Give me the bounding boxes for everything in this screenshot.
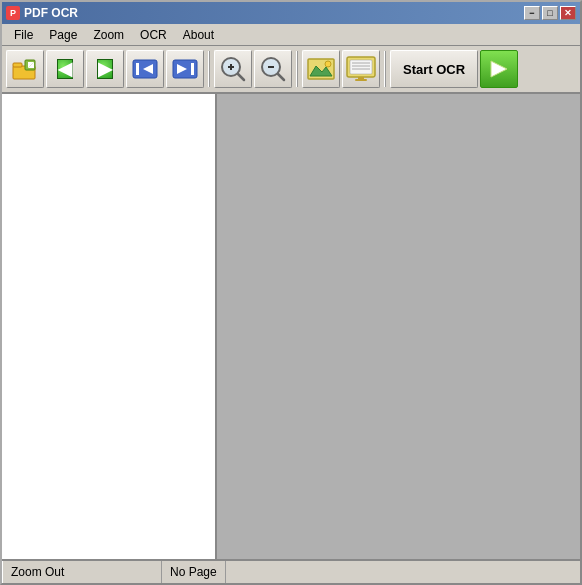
app-icon: P xyxy=(6,6,20,20)
image-icon xyxy=(306,56,336,82)
menu-file[interactable]: File xyxy=(6,26,41,44)
last-page-button[interactable] xyxy=(166,50,204,88)
zoom-out-button[interactable] xyxy=(254,50,292,88)
open-button[interactable] xyxy=(6,50,44,88)
zoom-in-icon xyxy=(219,55,247,83)
window-title: PDF OCR xyxy=(24,6,78,20)
start-ocr-button[interactable]: Start OCR xyxy=(390,50,478,88)
svg-rect-22 xyxy=(350,60,372,74)
first-page-icon xyxy=(131,56,159,82)
window-controls: − □ ✕ xyxy=(524,6,576,20)
next-arrow-icon xyxy=(486,56,512,82)
menu-about[interactable]: About xyxy=(175,26,222,44)
svg-rect-6 xyxy=(136,63,139,75)
main-window: P PDF OCR − □ ✕ File Page Zoom OCR About xyxy=(0,0,582,585)
svg-line-14 xyxy=(238,74,244,80)
open-icon xyxy=(11,56,39,82)
prev-page-button[interactable]: ◀ xyxy=(46,50,84,88)
minimize-button[interactable]: − xyxy=(524,6,540,20)
next-icon: ▶ xyxy=(97,59,113,79)
status-page: No Page xyxy=(162,561,226,583)
svg-point-20 xyxy=(325,61,331,67)
status-zoom: Zoom Out xyxy=(2,561,162,583)
view-panel xyxy=(217,94,580,559)
monitor-button[interactable] xyxy=(342,50,380,88)
title-bar-left: P PDF OCR xyxy=(6,6,78,20)
menu-ocr[interactable]: OCR xyxy=(132,26,175,44)
close-button[interactable]: ✕ xyxy=(560,6,576,20)
svg-line-17 xyxy=(278,74,284,80)
zoom-in-button[interactable] xyxy=(214,50,252,88)
menu-zoom[interactable]: Zoom xyxy=(85,26,132,44)
menu-bar: File Page Zoom OCR About xyxy=(2,24,580,46)
main-area xyxy=(2,94,580,559)
separator-3 xyxy=(384,51,386,87)
first-page-button[interactable] xyxy=(126,50,164,88)
monitor-icon xyxy=(346,56,376,82)
thumbnail-panel xyxy=(2,94,217,559)
separator-2 xyxy=(296,51,298,87)
prev-icon: ◀ xyxy=(57,59,73,79)
svg-rect-1 xyxy=(13,63,22,67)
maximize-button[interactable]: □ xyxy=(542,6,558,20)
svg-rect-27 xyxy=(355,79,367,81)
last-page-icon xyxy=(171,56,199,82)
menu-page[interactable]: Page xyxy=(41,26,85,44)
zoom-out-icon xyxy=(259,55,287,83)
next-page-button[interactable]: ▶ xyxy=(86,50,124,88)
svg-marker-28 xyxy=(491,61,507,77)
separator-1 xyxy=(208,51,210,87)
svg-rect-9 xyxy=(191,63,194,75)
title-bar: P PDF OCR − □ ✕ xyxy=(2,2,580,24)
next-arrow-button[interactable] xyxy=(480,50,518,88)
toolbar: ◀ ▶ xyxy=(2,46,580,94)
image-button[interactable] xyxy=(302,50,340,88)
status-bar: Zoom Out No Page xyxy=(2,559,580,583)
